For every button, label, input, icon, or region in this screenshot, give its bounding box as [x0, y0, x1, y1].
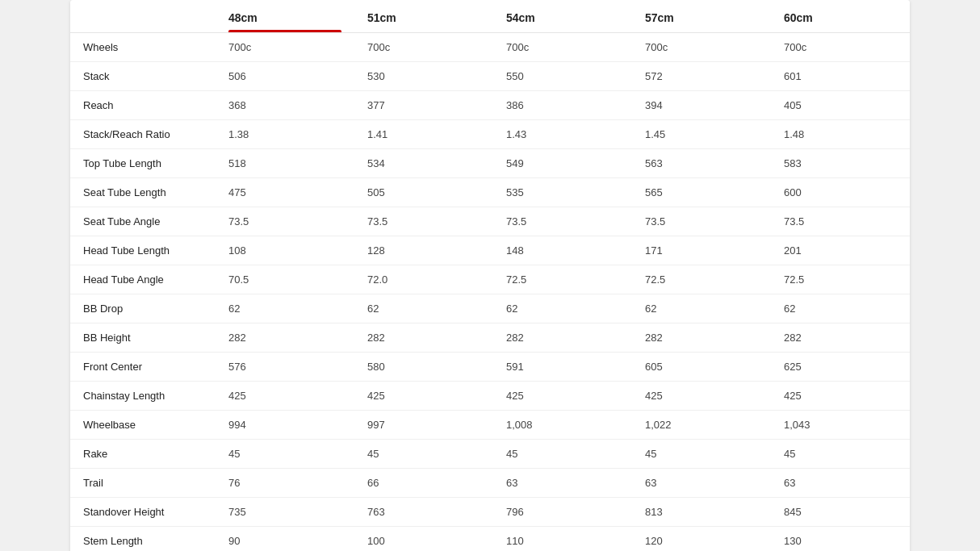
row-cell-48cm: 576 [216, 353, 354, 382]
row-cell-51cm: 700c [354, 33, 493, 62]
row-cell-54cm: 700c [493, 33, 632, 62]
row-cell-57cm: 700c [632, 33, 771, 62]
row-cell-57cm: 572 [632, 62, 771, 91]
row-cell-51cm: 100 [354, 527, 493, 552]
row-cell-48cm: 45 [216, 440, 354, 469]
row-cell-48cm: 735 [216, 498, 354, 527]
row-cell-48cm: 425 [216, 382, 354, 411]
table-row: Front Center576580591605625 [70, 353, 910, 382]
table-header-row: 48cm51cm54cm57cm60cm [70, 0, 910, 33]
row-cell-48cm: 994 [216, 411, 354, 440]
row-cell-51cm: 534 [354, 149, 493, 178]
row-cell-60cm: 601 [771, 62, 910, 91]
table-row: Seat Tube Angle73.573.573.573.573.5 [70, 207, 910, 236]
row-label: Seat Tube Length [70, 178, 216, 207]
row-label: Head Tube Length [70, 236, 216, 265]
row-cell-54cm: 549 [493, 149, 632, 178]
row-cell-60cm: 600 [771, 178, 910, 207]
table-scroll-area[interactable]: 48cm51cm54cm57cm60cm Wheels700c700c700c7… [70, 0, 910, 551]
table-row: Trail7666636363 [70, 469, 910, 498]
row-cell-48cm: 90 [216, 527, 354, 552]
row-label: Rake [70, 440, 216, 469]
row-cell-57cm: 120 [632, 527, 771, 552]
row-cell-60cm: 845 [771, 498, 910, 527]
row-label: Stack/Reach Ratio [70, 120, 216, 149]
column-header-60cm[interactable]: 60cm [771, 0, 910, 33]
row-cell-48cm: 62 [216, 294, 354, 324]
table-row: BB Height282282282282282 [70, 324, 910, 353]
row-cell-57cm: 1.45 [632, 120, 771, 149]
column-header-54cm[interactable]: 54cm [493, 0, 632, 33]
row-cell-60cm: 201 [771, 236, 910, 265]
row-cell-51cm: 530 [354, 62, 493, 91]
row-label: Front Center [70, 353, 216, 382]
row-cell-54cm: 796 [493, 498, 632, 527]
row-cell-48cm: 70.5 [216, 265, 354, 294]
row-cell-54cm: 148 [493, 236, 632, 265]
table-row: Wheelbase9949971,0081,0221,043 [70, 411, 910, 440]
row-cell-60cm: 1.48 [771, 120, 910, 149]
row-cell-60cm: 73.5 [771, 207, 910, 236]
row-cell-48cm: 282 [216, 324, 354, 353]
row-cell-48cm: 108 [216, 236, 354, 265]
table-row: Wheels700c700c700c700c700c [70, 33, 910, 62]
table-row: Stem Length90100110120130 [70, 527, 910, 552]
row-cell-54cm: 282 [493, 324, 632, 353]
row-cell-60cm: 625 [771, 353, 910, 382]
row-cell-54cm: 386 [493, 91, 632, 120]
row-cell-54cm: 73.5 [493, 207, 632, 236]
row-cell-51cm: 62 [354, 294, 493, 324]
row-cell-57cm: 605 [632, 353, 771, 382]
row-cell-51cm: 425 [354, 382, 493, 411]
table-row: Head Tube Angle70.572.072.572.572.5 [70, 265, 910, 294]
row-cell-51cm: 580 [354, 353, 493, 382]
column-header-51cm[interactable]: 51cm [354, 0, 493, 33]
row-cell-60cm: 45 [771, 440, 910, 469]
row-cell-51cm: 997 [354, 411, 493, 440]
row-cell-51cm: 282 [354, 324, 493, 353]
table-row: Seat Tube Length475505535565600 [70, 178, 910, 207]
row-cell-60cm: 63 [771, 469, 910, 498]
row-cell-48cm: 73.5 [216, 207, 354, 236]
row-cell-54cm: 550 [493, 62, 632, 91]
row-cell-48cm: 76 [216, 469, 354, 498]
row-cell-54cm: 72.5 [493, 265, 632, 294]
row-cell-48cm: 506 [216, 62, 354, 91]
table-row: BB Drop6262626262 [70, 294, 910, 324]
row-cell-57cm: 565 [632, 178, 771, 207]
row-cell-57cm: 1,022 [632, 411, 771, 440]
table-body: Wheels700c700c700c700c700cStack506530550… [70, 33, 910, 552]
column-header-48cm[interactable]: 48cm [216, 0, 354, 33]
row-cell-54cm: 63 [493, 469, 632, 498]
column-header-57cm[interactable]: 57cm [632, 0, 771, 33]
row-cell-60cm: 405 [771, 91, 910, 120]
geometry-table-container: 48cm51cm54cm57cm60cm Wheels700c700c700c7… [70, 0, 910, 551]
row-cell-51cm: 1.41 [354, 120, 493, 149]
row-cell-54cm: 1,008 [493, 411, 632, 440]
row-cell-57cm: 425 [632, 382, 771, 411]
row-cell-48cm: 1.38 [216, 120, 354, 149]
row-label: Stack [70, 62, 216, 91]
row-cell-60cm: 583 [771, 149, 910, 178]
row-cell-48cm: 700c [216, 33, 354, 62]
row-cell-57cm: 394 [632, 91, 771, 120]
row-label: Top Tube Length [70, 149, 216, 178]
row-cell-51cm: 128 [354, 236, 493, 265]
table-row: Rake4545454545 [70, 440, 910, 469]
table-row: Stack506530550572601 [70, 62, 910, 91]
row-label: Stem Length [70, 527, 216, 552]
row-cell-57cm: 282 [632, 324, 771, 353]
row-cell-48cm: 475 [216, 178, 354, 207]
row-label: BB Drop [70, 294, 216, 324]
row-cell-51cm: 377 [354, 91, 493, 120]
row-cell-60cm: 62 [771, 294, 910, 324]
row-cell-60cm: 425 [771, 382, 910, 411]
row-cell-60cm: 700c [771, 33, 910, 62]
row-label: Reach [70, 91, 216, 120]
row-label: Wheels [70, 33, 216, 62]
row-cell-60cm: 72.5 [771, 265, 910, 294]
row-label: BB Height [70, 324, 216, 353]
column-header-label[interactable] [70, 0, 216, 33]
row-cell-48cm: 368 [216, 91, 354, 120]
row-cell-54cm: 1.43 [493, 120, 632, 149]
